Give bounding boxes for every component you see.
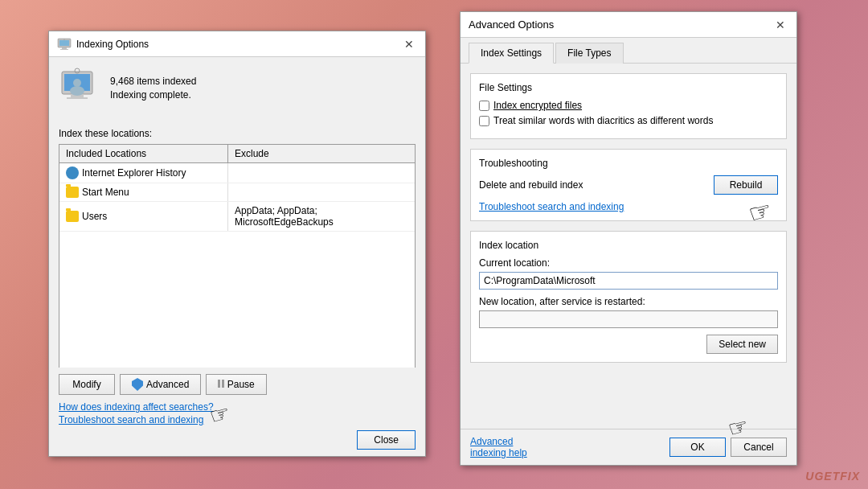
select-new-button[interactable]: Select new [706, 335, 778, 354]
encrypt-checkbox-row: Index encrypted files [479, 100, 778, 111]
rebuild-button[interactable]: Rebuild [714, 175, 778, 195]
pause-icon [218, 380, 224, 388]
indexing-title-group: Indexing Options [57, 37, 149, 51]
modify-button[interactable]: Modify [59, 374, 115, 395]
rebuild-row: Delete and rebuild index Rebuild [479, 175, 778, 195]
indexing-titlebar: Indexing Options ✕ [49, 31, 425, 57]
col-exclude-header: Exclude [228, 145, 415, 162]
advanced-button[interactable]: Advanced [120, 374, 201, 395]
footer-links: How does indexing affect searches? Troub… [59, 401, 416, 425]
advanced-close-button[interactable]: ✕ [772, 17, 788, 33]
index-location-label: Index location [479, 240, 778, 251]
table-header: Included Locations Exclude [59, 145, 415, 163]
footer-buttons: Modify Advanced Pause [59, 374, 416, 395]
advanced-indexing-help-link[interactable]: Advanced indexing help [470, 436, 547, 458]
tab-index-settings[interactable]: Index Settings [469, 43, 554, 64]
items-indexed-text: 9,468 items indexed [110, 76, 196, 87]
table-row[interactable]: Internet Explorer History [59, 163, 415, 183]
troubleshoot-search-indexing-link[interactable]: Troubleshoot search and indexing [479, 201, 624, 212]
indexing-computer-icon [59, 67, 100, 109]
table-cell-location-3: Users [59, 202, 228, 231]
svg-rect-3 [60, 49, 68, 50]
svg-rect-9 [67, 97, 88, 99]
table-row[interactable]: Users AppData; AppData; MicrosoftEdgeBac… [59, 202, 415, 232]
diacritics-label: Treat similar words with diacritics as d… [493, 115, 713, 126]
troubleshooting-section: Troubleshooting Delete and rebuild index… [470, 149, 787, 221]
watermark: UGETFIX [805, 470, 860, 483]
locations-table: Included Locations Exclude Internet Expl… [59, 144, 416, 385]
table-cell-exclude-2 [228, 183, 415, 201]
indexing-footer: Modify Advanced Pause How does indexing … [49, 368, 425, 456]
indexing-body: 9,468 items indexed Indexing complete. I… [49, 57, 425, 395]
table-cell-location-2: Start Menu [59, 183, 228, 201]
index-location-section: Index location Current location: New loc… [470, 231, 787, 363]
folder-icon [66, 187, 79, 198]
ok-button[interactable]: OK [669, 438, 726, 457]
table-cell-exclude-3: AppData; AppData; MicrosoftEdgeBackups [228, 202, 415, 231]
tabs-bar: Index Settings File Types [461, 38, 796, 64]
pause-button[interactable]: Pause [206, 374, 266, 395]
advanced-title-text: Advanced Options [469, 18, 554, 31]
troubleshoot-search-link[interactable]: Troubleshoot search and indexing [59, 414, 416, 425]
col-included-header: Included Locations [59, 145, 228, 162]
advanced-options-dialog: Advanced Options ✕ Index Settings File T… [460, 11, 797, 466]
advanced-body: File Settings Index encrypted files Trea… [461, 64, 796, 379]
svg-rect-2 [62, 47, 67, 49]
computer-icon [57, 37, 72, 51]
indexing-title-text: Indexing Options [76, 39, 149, 50]
table-cell-location-1: Internet Explorer History [59, 163, 228, 183]
new-location-input[interactable] [479, 310, 778, 328]
table-cell-exclude-1 [228, 163, 415, 183]
table-row[interactable]: Start Menu [59, 183, 415, 202]
footer-btn-row: OK Cancel [547, 438, 787, 457]
indexing-header: 9,468 items indexed Indexing complete. [59, 67, 416, 117]
diacritics-checkbox[interactable] [479, 116, 489, 126]
indexing-close-button[interactable]: ✕ [401, 36, 417, 52]
select-new-row: Select new [479, 335, 778, 354]
advanced-footer: Advanced indexing help OK Cancel [461, 429, 796, 465]
svg-point-12 [70, 86, 84, 96]
current-location-input[interactable] [479, 272, 778, 290]
encrypt-checkbox[interactable] [479, 101, 489, 111]
file-settings-section: File Settings Index encrypted files Trea… [470, 73, 787, 139]
shield-icon [132, 378, 143, 391]
svg-point-4 [64, 39, 65, 39]
advanced-footer-inner: Advanced indexing help OK Cancel [470, 436, 787, 458]
new-location-label: New location, after service is restarted… [479, 296, 778, 307]
how-does-indexing-link[interactable]: How does indexing affect searches? [59, 401, 416, 413]
locations-label: Index these locations: [59, 128, 416, 139]
close-button[interactable]: Close [357, 430, 416, 450]
svg-point-11 [73, 79, 81, 87]
table-body: Internet Explorer History Start Menu Use… [59, 163, 415, 232]
indexing-status: 9,468 items indexed Indexing complete. [110, 76, 196, 101]
indexing-options-dialog: Indexing Options ✕ 9,468 items indexed I… [48, 31, 426, 457]
delete-rebuild-label: Delete and rebuild index [479, 179, 583, 191]
current-location-label: Current location: [479, 257, 778, 269]
file-settings-label: File Settings [479, 82, 778, 93]
svg-rect-1 [59, 40, 69, 46]
globe-icon [66, 166, 79, 179]
diacritics-checkbox-row: Treat similar words with diacritics as d… [479, 115, 778, 126]
advanced-titlebar: Advanced Options ✕ [461, 12, 796, 38]
encrypt-label: Index encrypted files [493, 100, 582, 111]
troubleshooting-label: Troubleshooting [479, 158, 778, 169]
tab-file-types[interactable]: File Types [555, 43, 623, 64]
indexing-complete-text: Indexing complete. [110, 89, 196, 101]
cancel-button[interactable]: Cancel [731, 438, 787, 457]
folder-icon [66, 211, 79, 222]
